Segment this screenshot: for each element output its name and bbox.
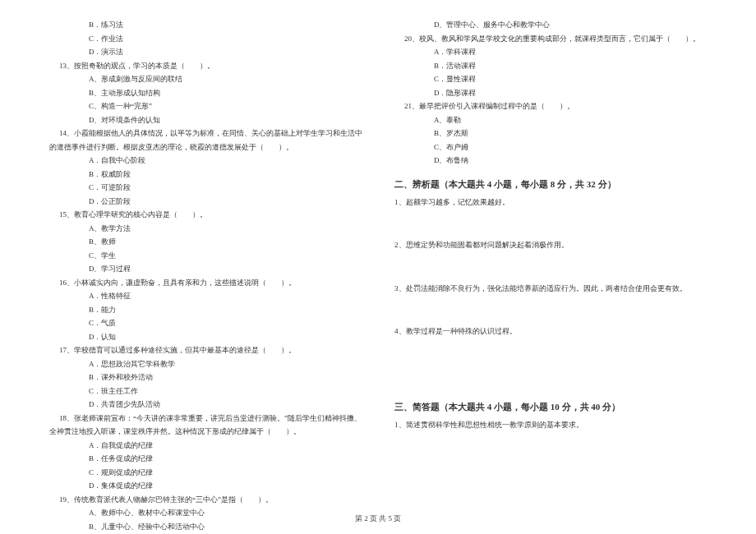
q15-opt-d: D、学习过程	[49, 264, 362, 275]
q13-opt-d: D、对环境条件的认知	[49, 115, 362, 127]
q17-opt-b: B．课外和校外活动	[49, 372, 362, 384]
q18-opt-d: D．集体促成的纪律	[49, 481, 362, 492]
q20-opt-c: C．显性课程	[394, 74, 707, 85]
q13-opt-a: A、形成刺激与反应间的联结	[49, 74, 362, 85]
section-2-title: 二、辨析题（本大题共 4 小题，每小题 8 分，共 32 分）	[394, 178, 707, 191]
page-container: B．练习法 C．作业法 D．演示法 13、按照奇勒的观点，学习的本质是（ ）。 …	[49, 20, 707, 534]
q16-opt-d: D．认知	[49, 332, 362, 343]
q15-opt-c: C、学生	[49, 251, 362, 262]
q14-opt-d: D．公正阶段	[49, 196, 362, 208]
q15-stem: 15、教育心理学研究的核心内容是（ ）。	[49, 209, 362, 221]
spacer	[394, 210, 707, 240]
q18-opt-a: A．自我促成的纪律	[49, 440, 362, 452]
q18-stem-b: 全神贯注地投入听课，课堂秩序井然。这种情况下形成的纪律属于（ ）。	[49, 426, 362, 438]
q14-opt-a: A．自我中心阶段	[49, 155, 362, 167]
q16-opt-c: C．气质	[49, 318, 362, 329]
page-footer: 第 2 页 共 5 页	[0, 513, 756, 524]
spacer	[394, 297, 707, 326]
q21-opt-c: C、布户姆	[394, 142, 707, 154]
q19-stem: 19、传统教育派代表人物赫尔巴特主张的“三中心”是指（ ）。	[49, 495, 362, 506]
s3-q1: 1、简述贯彻科学性和思想性相统一教学原则的基本要求。	[394, 420, 707, 431]
q12-opt-b: B．练习法	[49, 20, 362, 31]
q15-opt-a: A、教学方法	[49, 223, 362, 235]
q12-opt-d: D．演示法	[49, 47, 362, 58]
left-column: B．练习法 C．作业法 D．演示法 13、按照奇勒的观点，学习的本质是（ ）。 …	[49, 20, 362, 534]
q17-opt-d: D．共青团少先队活动	[49, 399, 362, 411]
q16-stem: 16、小林诚实内向，谦虚勤奋，且具有亲和力，这些描述说明（ ）。	[49, 278, 362, 289]
q13-opt-b: B、主动形成认知结构	[49, 88, 362, 99]
q14-opt-c: C．可逆阶段	[49, 182, 362, 194]
q20-opt-d: D．隐形课程	[394, 88, 707, 99]
s2-q4: 4、教学过程是一种特殊的认识过程。	[394, 326, 707, 338]
q18-stem-a: 18、张老师课前宣布：“今天讲的课非常重要，讲完后当堂进行测验。”随后学生们精神…	[49, 413, 362, 425]
q21-opt-d: D、布鲁纳	[394, 155, 707, 167]
q16-opt-b: B．能力	[49, 305, 362, 316]
q19-opt-d: D、管理中心、服务中心和教学中心	[394, 20, 707, 31]
spacer	[394, 340, 707, 370]
q18-opt-b: B．任务促成的纪律	[49, 453, 362, 465]
q20-opt-b: B．活动课程	[394, 61, 707, 72]
q20-stem: 20、校风、教风和学风是学校文化的重要构成部分，就课程类型而言，它们属于（ ）。	[394, 34, 707, 45]
q17-opt-c: C．班主任工作	[49, 386, 362, 398]
spacer	[394, 254, 707, 283]
q18-opt-c: C．规则促成的纪律	[49, 467, 362, 479]
q14-stem-a: 14、小霞能根据他人的具体情况，以平等为标准，在同情、关心的基础上对学生学习和生…	[49, 128, 362, 140]
s2-q2: 2、思维定势和功能固着都对问题解决起着消极作用。	[394, 240, 707, 251]
q21-opt-b: B、罗杰斯	[394, 128, 707, 140]
q20-opt-a: A．学科课程	[394, 47, 707, 58]
q13-opt-c: C、构造一种“完形”	[49, 101, 362, 113]
q21-opt-a: A、泰勒	[394, 115, 707, 127]
q12-opt-c: C．作业法	[49, 34, 362, 45]
spacer	[394, 370, 707, 389]
section-3-title: 三、简答题（本大题共 4 小题，每小题 10 分，共 40 分）	[394, 401, 707, 413]
s2-q3: 3、处罚法能消除不良行为，强化法能培养新的适应行为。因此，两者结合使用会更有效。	[394, 283, 707, 295]
q15-opt-b: B、教师	[49, 237, 362, 248]
right-column: D、管理中心、服务中心和教学中心 20、校风、教风和学风是学校文化的重要构成部分…	[394, 20, 707, 534]
q14-stem-b: 的道德事件进行判断。根据皮亚杰的理论，晓霞的道德发展处于（ ）。	[49, 142, 362, 154]
q17-stem: 17、学校德育可以通过多种途径实施，但其中最基本的途径是（ ）。	[49, 345, 362, 357]
q17-opt-a: A．思想政治其它学科教学	[49, 359, 362, 371]
q16-opt-a: A．性格特征	[49, 291, 362, 302]
q14-opt-b: B．权威阶段	[49, 169, 362, 181]
s2-q1: 1、超额学习越多，记忆效果越好。	[394, 197, 707, 209]
q21-stem: 21、最早把评价引入课程编制过程中的是（ ）。	[394, 101, 707, 113]
q13-stem: 13、按照奇勒的观点，学习的本质是（ ）。	[49, 61, 362, 72]
